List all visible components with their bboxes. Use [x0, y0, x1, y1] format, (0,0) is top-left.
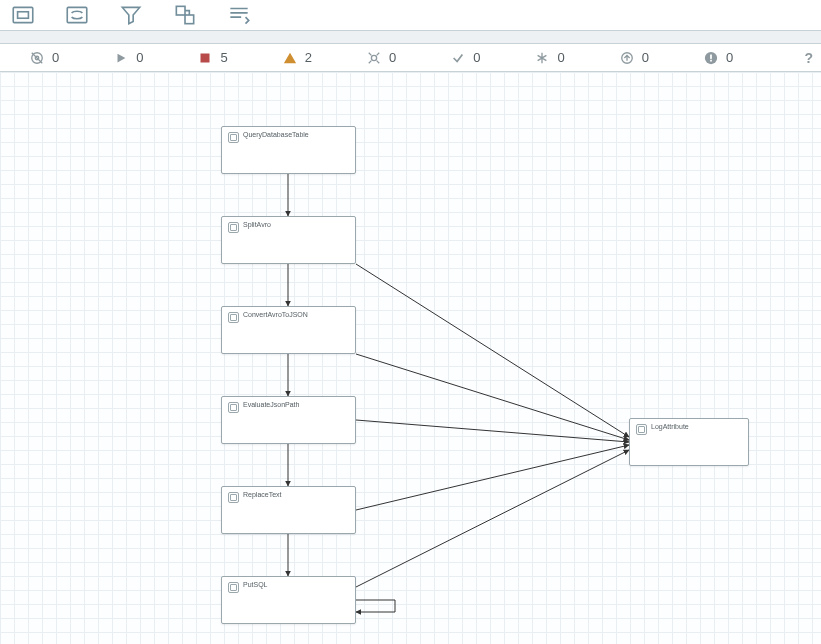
status-uptodate-count: 0 [473, 50, 480, 65]
processor-icon [228, 402, 239, 413]
edges-layer [0, 72, 821, 644]
status-sync-fail: 0 [704, 50, 733, 65]
node-label: ConvertAvroToJSON [243, 311, 308, 319]
node-splitavro[interactable]: SplitAvro [221, 216, 356, 264]
node-logattribute[interactable]: LogAttribute [629, 418, 749, 466]
status-disabled-count: 0 [389, 50, 396, 65]
asterisk-icon [535, 51, 549, 65]
processor-icon [228, 132, 239, 143]
label-tool-icon[interactable] [226, 2, 252, 28]
alert-icon [704, 51, 718, 65]
status-running-count: 0 [136, 50, 143, 65]
node-convertavrotojson[interactable]: ConvertAvroToJSON [221, 306, 356, 354]
help-icon[interactable]: ? [804, 50, 813, 66]
node-label: LogAttribute [651, 423, 689, 431]
status-sync-fail-count: 0 [726, 50, 733, 65]
warning-icon [283, 51, 297, 65]
node-querydatabasetable[interactable]: QueryDatabaseTable [221, 126, 356, 174]
node-replacetext[interactable]: ReplaceText [221, 486, 356, 534]
status-running: 0 [114, 50, 143, 65]
svg-marker-10 [284, 52, 296, 63]
processor-icon [228, 582, 239, 593]
svg-rect-0 [13, 7, 33, 22]
svg-rect-14 [710, 54, 712, 58]
template-tool-icon[interactable] [172, 2, 198, 28]
svg-rect-3 [176, 6, 185, 15]
disabled-icon [367, 51, 381, 65]
node-label: ReplaceText [243, 491, 282, 499]
status-locally-modified: 0 [535, 50, 564, 65]
status-targets-count: 0 [52, 50, 59, 65]
up-arrow-icon [620, 51, 634, 65]
node-label: EvaluateJsonPath [243, 401, 299, 409]
process-group-tool-icon[interactable] [64, 2, 90, 28]
status-disabled: 0 [367, 50, 396, 65]
svg-line-23 [356, 420, 629, 442]
svg-line-24 [356, 445, 629, 510]
node-label: QueryDatabaseTable [243, 131, 309, 139]
svg-rect-4 [185, 15, 194, 24]
status-stale-count: 0 [642, 50, 649, 65]
processor-icon [228, 492, 239, 503]
status-stopped: 5 [198, 50, 227, 65]
node-putsql[interactable]: PutSQL [221, 576, 356, 624]
status-invalid: 2 [283, 50, 312, 65]
svg-line-25 [356, 450, 629, 587]
node-label: SplitAvro [243, 221, 271, 229]
check-icon [451, 51, 465, 65]
svg-line-22 [356, 354, 629, 440]
svg-rect-1 [18, 12, 29, 19]
divider [0, 30, 821, 44]
toolbar-top [0, 0, 821, 30]
status-stopped-count: 5 [220, 50, 227, 65]
svg-rect-9 [201, 53, 210, 62]
svg-rect-15 [710, 59, 712, 61]
processor-icon [636, 424, 647, 435]
target-icon [30, 51, 44, 65]
svg-line-21 [356, 264, 629, 437]
status-bar: 0 0 5 2 0 0 0 0 0 ? [0, 44, 821, 72]
svg-point-11 [371, 55, 376, 60]
processor-icon [228, 222, 239, 233]
status-targets: 0 [30, 50, 59, 65]
status-uptodate: 0 [451, 50, 480, 65]
funnel-tool-icon[interactable] [118, 2, 144, 28]
node-evaluatejsonpath[interactable]: EvaluateJsonPath [221, 396, 356, 444]
svg-marker-8 [118, 53, 126, 62]
play-icon [114, 51, 128, 65]
status-invalid-count: 2 [305, 50, 312, 65]
processor-icon [228, 312, 239, 323]
flow-canvas[interactable]: QueryDatabaseTable SplitAvro ConvertAvro… [0, 72, 821, 644]
processor-tool-icon[interactable] [10, 2, 36, 28]
status-stale: 0 [620, 50, 649, 65]
stop-icon [198, 51, 212, 65]
status-locally-modified-count: 0 [557, 50, 564, 65]
node-label: PutSQL [243, 581, 268, 589]
svg-rect-2 [67, 7, 87, 22]
